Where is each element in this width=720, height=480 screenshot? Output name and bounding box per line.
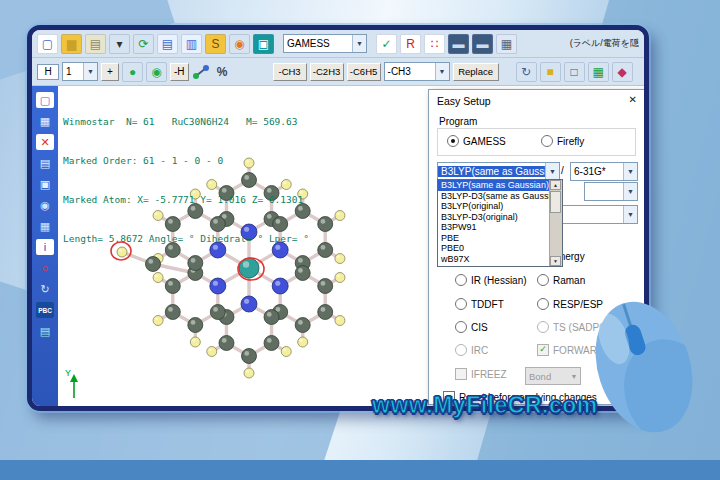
- fragment-button[interactable]: -C2H3: [310, 63, 344, 81]
- remote-run-icon[interactable]: R: [400, 34, 421, 54]
- radio-firefly-label: Firefly: [557, 136, 584, 147]
- new-document-icon[interactable]: ▢: [37, 34, 58, 54]
- chevron-down-icon[interactable]: ▼: [545, 163, 559, 180]
- checkbox-icon: ✓: [537, 344, 549, 356]
- element-input[interactable]: [37, 64, 59, 80]
- radio-icon[interactable]: [455, 274, 467, 286]
- save-export-icon[interactable]: ▤: [85, 34, 106, 54]
- multiplicity-combo[interactable]: ▼: [557, 205, 638, 224]
- watermark: www.MyFileCR.com: [372, 392, 598, 419]
- radio-icon[interactable]: [541, 135, 553, 147]
- radio-icon: [537, 321, 549, 333]
- pointer-tool-icon[interactable]: ▢: [36, 92, 54, 108]
- fragment-button[interactable]: -C6H5: [347, 63, 381, 81]
- method-option[interactable]: B3LYP-D3(same as Gaussian): [438, 191, 550, 202]
- radio-gamess[interactable]: GAMESS: [447, 135, 506, 147]
- chevron-down-icon[interactable]: ▼: [83, 63, 97, 80]
- toolbar1-right-icons: ✓R∷▬▬▦: [376, 34, 517, 54]
- s-coin-icon[interactable]: S: [205, 34, 226, 54]
- duplicate-page-icon[interactable]: ▥: [181, 34, 202, 54]
- radio-icon[interactable]: [455, 321, 467, 333]
- charge-combo[interactable]: ▼: [584, 182, 638, 201]
- method-option[interactable]: B3LYP(original): [438, 201, 550, 212]
- scroll-up-icon[interactable]: ▲: [550, 180, 561, 190]
- method-option[interactable]: wB97X: [438, 254, 550, 265]
- scroll-thumb[interactable]: [550, 191, 561, 213]
- monitor-icon[interactable]: ▬: [448, 34, 469, 54]
- window-body: ▢▦✕▤▣◉▦i○↻PBC▤ Winmostar N= 61 RuC30N6H2…: [32, 86, 644, 408]
- radio-firefly[interactable]: Firefly: [541, 135, 584, 147]
- radio-ir-hessian[interactable]: IR (Hessian): [455, 274, 527, 286]
- paint-icon[interactable]: ■: [540, 62, 561, 82]
- fragment-combo-value: -CH3: [385, 66, 435, 77]
- fragment-panel-icon[interactable]: ▤: [36, 155, 54, 171]
- radio-gamess-label: GAMESS: [463, 136, 506, 147]
- check-window-icon[interactable]: ✓: [376, 34, 397, 54]
- basis-separator: /: [561, 165, 564, 176]
- count-combo[interactable]: 1 ▼: [62, 62, 98, 81]
- fragment-combo[interactable]: -CH3 ▼: [384, 62, 450, 81]
- bond-icon[interactable]: [192, 64, 210, 80]
- chevron-down-icon[interactable]: ▼: [623, 183, 637, 200]
- grid-icon[interactable]: ▦: [36, 218, 54, 234]
- chevron-down-icon[interactable]: ▼: [623, 163, 637, 180]
- radio-icon[interactable]: [537, 274, 549, 286]
- radio-cis[interactable]: CIS: [455, 321, 488, 333]
- radio-icon[interactable]: [537, 298, 549, 310]
- dropdown-scrollbar[interactable]: ▲ ▼: [549, 180, 562, 266]
- fragments-icon[interactable]: ◆: [612, 62, 633, 82]
- chevron-down-icon[interactable]: ▼: [352, 35, 366, 52]
- radio-icon[interactable]: [455, 298, 467, 310]
- measure-percent-icon[interactable]: %: [213, 63, 232, 81]
- keyboard-icon[interactable]: ▦: [496, 34, 517, 54]
- notebook-icon[interactable]: ▣: [253, 34, 274, 54]
- add-button[interactable]: +: [101, 63, 119, 81]
- axis-rotate-icon[interactable]: ↻: [36, 281, 54, 297]
- chevron-down-icon[interactable]: ▼: [623, 206, 637, 223]
- fullscreen-icon[interactable]: ▣: [36, 176, 54, 192]
- add-atom-icon[interactable]: ●: [122, 62, 143, 82]
- radio-tddft-label: TDDFT: [471, 299, 504, 310]
- replace-button[interactable]: Replace: [453, 63, 499, 81]
- method-option[interactable]: B3LYP-D3(original): [438, 212, 550, 223]
- radio-irc[interactable]: IRC: [455, 344, 488, 356]
- cell-box-icon[interactable]: □: [564, 62, 585, 82]
- more-dropdown-icon[interactable]: ▾: [109, 34, 130, 54]
- solver-combo-value: GAMESS: [284, 38, 352, 49]
- rotate-view-icon[interactable]: ◉: [36, 197, 54, 213]
- hide-labels-tooltip: (ラベル/電荷を隠: [570, 37, 639, 50]
- fragment-button[interactable]: -CH3: [273, 63, 307, 81]
- scroll-down-icon[interactable]: ▼: [550, 256, 561, 266]
- tile-windows-icon[interactable]: ▦: [36, 113, 54, 129]
- radio-tddft[interactable]: TDDFT: [455, 298, 504, 310]
- remove-hydrogen-button[interactable]: -H: [170, 63, 189, 81]
- refresh-icon[interactable]: ⟳: [133, 34, 154, 54]
- program-label: Program: [439, 116, 477, 127]
- chevron-down-icon[interactable]: ▼: [435, 63, 449, 80]
- mouse-illustration: [568, 265, 720, 470]
- method-option[interactable]: B3LYP(same as Gaussian): [438, 180, 550, 191]
- abacus-icon[interactable]: ∷: [424, 34, 445, 54]
- tool-sidebar: ▢▦✕▤▣◉▦i○↻PBC▤: [32, 86, 58, 408]
- basis-combo[interactable]: 6-31G* ▼: [570, 162, 638, 181]
- delete-atom-icon[interactable]: ✕: [36, 134, 54, 150]
- checkbox-ifreez[interactable]: IFREEZ: [455, 368, 507, 380]
- monitor-log-icon[interactable]: ▬: [472, 34, 493, 54]
- checkbox-icon: [455, 368, 467, 380]
- close-icon[interactable]: ✕: [629, 94, 637, 105]
- layers-icon[interactable]: ▤: [36, 323, 54, 339]
- open-folder-icon[interactable]: ▆: [61, 34, 82, 54]
- pbc-button[interactable]: PBC: [36, 302, 54, 318]
- radio-icon[interactable]: [447, 135, 459, 147]
- copy-page-icon[interactable]: ▤: [157, 34, 178, 54]
- solver-combo[interactable]: GAMESS ▼: [283, 34, 367, 53]
- add-atom-ring-icon[interactable]: ◉: [146, 62, 167, 82]
- rotate-bond-icon[interactable]: ↻: [516, 62, 537, 82]
- method-option[interactable]: B3PW91: [438, 222, 550, 233]
- stop-record-icon[interactable]: ○: [36, 260, 54, 276]
- method-option[interactable]: PBE0: [438, 243, 550, 254]
- table-icon[interactable]: ▦: [588, 62, 609, 82]
- orbital-icon[interactable]: ◉: [229, 34, 250, 54]
- method-option[interactable]: PBE: [438, 233, 550, 244]
- info-icon[interactable]: i: [36, 239, 54, 255]
